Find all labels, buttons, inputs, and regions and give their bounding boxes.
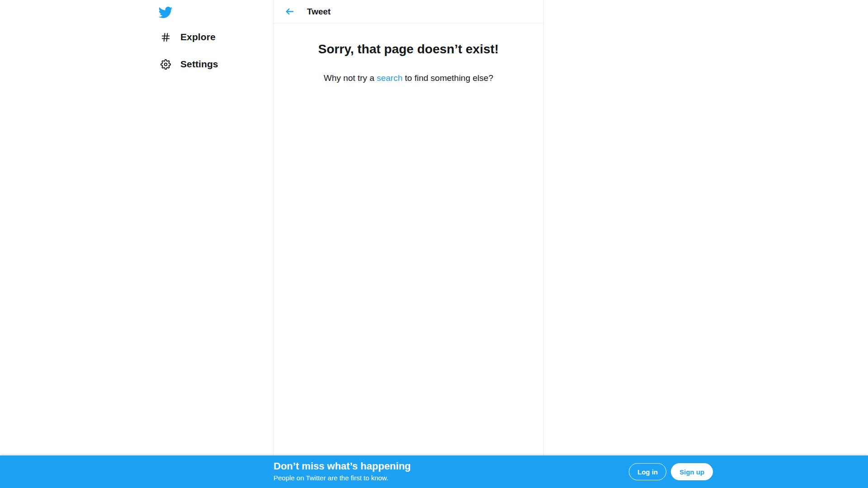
main-header: Tweet bbox=[274, 0, 543, 23]
error-title: Sorry, that page doesn’t exist! bbox=[274, 42, 543, 57]
arrow-left-icon bbox=[284, 6, 295, 17]
banner-title: Don’t miss what’s happening bbox=[274, 460, 411, 473]
sidebar-item-explore[interactable]: Explore bbox=[160, 31, 216, 43]
twitter-logo[interactable] bbox=[157, 5, 174, 19]
banner-text: Don’t miss what’s happening People on Tw… bbox=[274, 460, 411, 483]
signup-banner: Don’t miss what’s happening People on Tw… bbox=[0, 455, 868, 488]
sidebar-item-settings[interactable]: Settings bbox=[160, 58, 218, 70]
signup-button[interactable]: Sign up bbox=[671, 463, 713, 480]
back-button[interactable] bbox=[283, 6, 295, 18]
search-link[interactable]: search bbox=[377, 73, 402, 83]
error-message-before: Why not try a bbox=[324, 73, 377, 83]
sidebar-item-label: Explore bbox=[180, 32, 216, 42]
main-column: Tweet Sorry, that page doesn’t exist! Wh… bbox=[273, 0, 544, 455]
banner-subtitle: People on Twitter are the first to know. bbox=[274, 474, 411, 483]
twitter-bird-icon bbox=[157, 5, 174, 19]
error-message-after: to find something else? bbox=[402, 73, 493, 83]
sidebar-item-label: Settings bbox=[180, 59, 218, 70]
error-message-block: Sorry, that page doesn’t exist! Why not … bbox=[274, 42, 543, 83]
banner-actions: Log in Sign up bbox=[629, 463, 713, 480]
page-title: Tweet bbox=[307, 7, 330, 17]
login-button[interactable]: Log in bbox=[629, 463, 666, 480]
error-message: Why not try a search to find something e… bbox=[274, 73, 543, 83]
hashtag-icon bbox=[160, 32, 171, 42]
gear-icon bbox=[160, 59, 171, 70]
